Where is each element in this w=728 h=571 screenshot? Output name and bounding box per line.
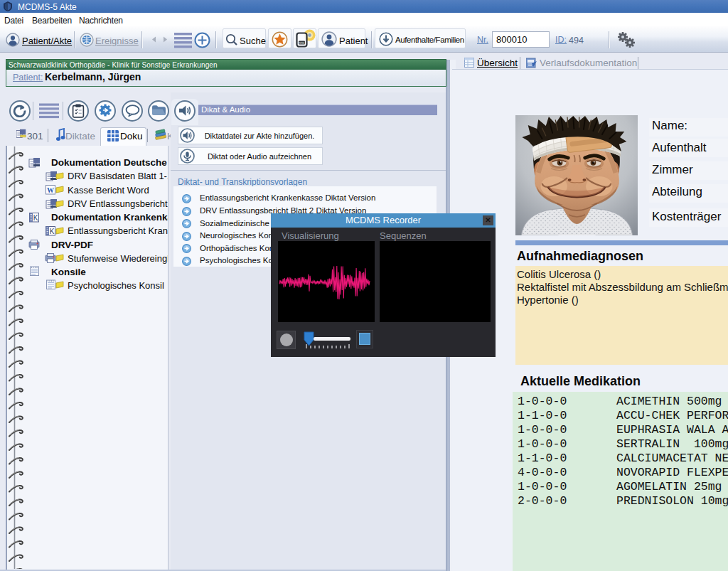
svg-text:RFID: RFID [299, 42, 305, 45]
